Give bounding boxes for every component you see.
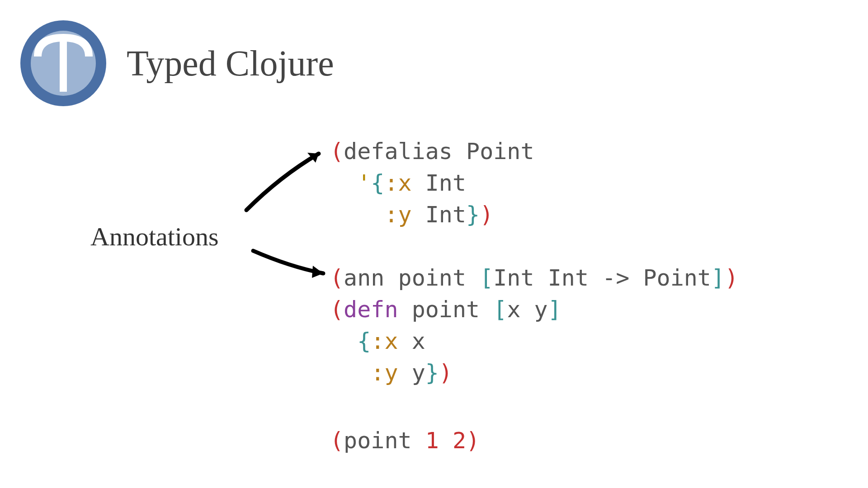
svg-rect-2	[60, 40, 67, 92]
code-call: (point 1 2)	[330, 425, 480, 456]
code-ann-defn: (ann point [Int Int -> Point]) (defn poi…	[330, 262, 738, 389]
arrow-to-ann-icon	[249, 244, 335, 285]
slide-header: Typed Clojure	[18, 18, 334, 108]
slide-title: Typed Clojure	[127, 43, 334, 84]
code-defalias: (defalias Point '{:x Int :y Int})	[330, 136, 534, 230]
typed-clojure-logo-icon	[18, 18, 108, 108]
annotations-label: Annotations	[90, 221, 219, 252]
arrow-to-defalias-icon	[240, 145, 335, 217]
